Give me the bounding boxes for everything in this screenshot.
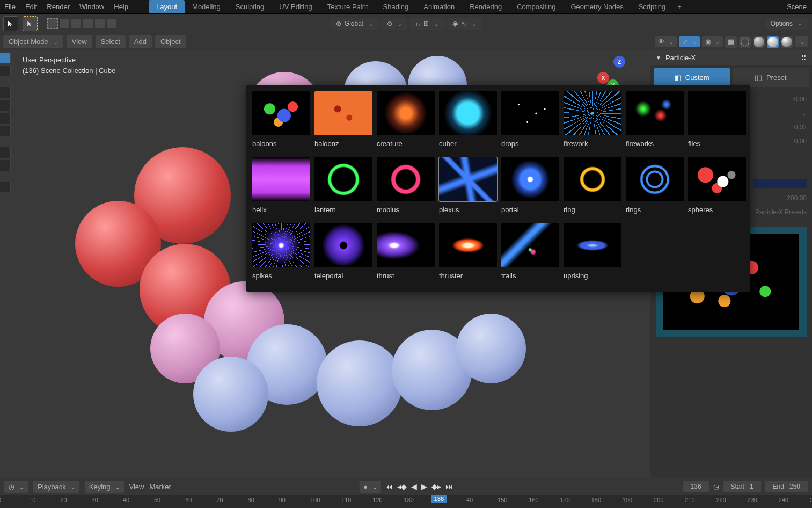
sel-mode-6[interactable] xyxy=(106,18,117,29)
preset-item-teleportal[interactable]: teleportal xyxy=(314,223,372,285)
sphere-object xyxy=(456,314,526,383)
panel-header-particlex[interactable]: ▼ Particle-X ⠿ xyxy=(650,50,812,65)
preset-item-helix[interactable]: helix xyxy=(252,157,310,219)
preset-item-baloons[interactable]: baloons xyxy=(252,91,310,153)
shading-wireframe[interactable] xyxy=(739,36,751,48)
select-tool-button[interactable] xyxy=(23,16,38,31)
color-swatch[interactable] xyxy=(753,179,807,188)
tab-modeling[interactable]: Modeling xyxy=(185,0,228,13)
orientation-dropdown[interactable]: ⊕ Global xyxy=(331,18,378,30)
prop-emission-value[interactable]: 200.00 xyxy=(787,194,807,202)
tab-texture-paint[interactable]: Texture Paint xyxy=(320,0,376,13)
tab-sculpting[interactable]: Sculpting xyxy=(228,0,272,13)
preset-item-spheres[interactable]: spheres xyxy=(688,157,746,219)
preset-item-spikes[interactable]: spikes xyxy=(252,223,310,285)
jump-start-button[interactable]: ⏮ xyxy=(385,482,393,491)
pivot-dropdown[interactable]: ⊙ xyxy=(382,18,407,30)
menu-window[interactable]: Window xyxy=(79,3,104,11)
mode-dropdown[interactable]: Object Mode xyxy=(3,35,63,48)
shading-solid[interactable] xyxy=(753,36,765,48)
preset-item-rings[interactable]: rings xyxy=(626,157,684,219)
prop-chevron[interactable]: ⌄ xyxy=(801,110,807,117)
preset-item-thruster[interactable]: thruster xyxy=(439,223,497,285)
proportional-dropdown[interactable]: ◉∿ xyxy=(447,18,481,30)
preset-item-firework[interactable]: firework xyxy=(564,91,621,153)
sel-mode-1[interactable] xyxy=(47,18,58,29)
3d-viewport[interactable]: User Perspective (136) Scene Collection … xyxy=(0,50,812,478)
shading-options[interactable] xyxy=(795,36,808,47)
grip-icon[interactable]: ⠿ xyxy=(801,54,807,62)
timeline-editor-icon[interactable]: ◷ xyxy=(4,481,28,493)
autokey-toggle[interactable]: ● xyxy=(359,481,381,493)
end-frame-field[interactable]: End250 xyxy=(765,481,808,492)
shading-material[interactable] xyxy=(767,36,779,48)
keying-menu[interactable]: Keying xyxy=(85,481,124,493)
preset-item-flies[interactable]: flies xyxy=(688,91,746,153)
scene-icon xyxy=(774,3,782,11)
tab-layout[interactable]: Layout xyxy=(149,0,185,13)
menu-help[interactable]: Help xyxy=(114,3,128,11)
preset-item-baloonz[interactable]: baloonz xyxy=(314,91,372,153)
preset-item-plexus[interactable]: plexus xyxy=(439,157,497,219)
preset-item-ring[interactable]: ring xyxy=(564,157,621,219)
shading-rendered[interactable] xyxy=(781,36,793,48)
sel-mode-2[interactable] xyxy=(59,18,70,29)
preset-item-creature[interactable]: creature xyxy=(377,91,435,153)
add-workspace-button[interactable]: + xyxy=(673,0,686,13)
scene-selector[interactable]: Scene xyxy=(774,3,807,11)
cursor-tool-icon[interactable] xyxy=(3,16,18,31)
jump-end-button[interactable]: ⏭ xyxy=(445,482,453,491)
snap-dropdown[interactable]: ∩⊞ xyxy=(411,18,444,30)
current-frame-field[interactable]: 136 xyxy=(683,481,709,492)
preset-item-cuber[interactable]: cuber xyxy=(439,91,497,153)
preset-thumbnail xyxy=(564,157,621,201)
tab-shading[interactable]: Shading xyxy=(376,0,416,13)
start-frame-field[interactable]: Start1 xyxy=(723,481,761,492)
clock-icon[interactable]: ◷ xyxy=(713,483,719,491)
timeline-view-menu[interactable]: View xyxy=(129,483,144,491)
tab-geometry-nodes[interactable]: Geometry Nodes xyxy=(563,0,631,13)
sel-mode-5[interactable] xyxy=(94,18,105,29)
tab-preset[interactable]: ▯▯ Preset xyxy=(733,68,809,87)
gizmo-dropdown[interactable]: ⤢ xyxy=(679,36,700,47)
menu-render[interactable]: Render xyxy=(47,3,70,11)
preset-item-lantern[interactable]: lantern xyxy=(314,157,372,219)
preset-item-trails[interactable]: trails xyxy=(501,223,559,285)
prop-count-value[interactable]: 5000 xyxy=(792,96,807,103)
preset-item-portal[interactable]: portal xyxy=(501,157,559,219)
tab-rendering[interactable]: Rendering xyxy=(462,0,509,13)
select-menu[interactable]: Select xyxy=(96,35,126,48)
tab-custom[interactable]: ◧ Custom xyxy=(654,68,730,87)
tab-uv-editing[interactable]: UV Editing xyxy=(272,0,319,13)
overlay-dropdown[interactable]: ◉ xyxy=(702,36,723,47)
add-menu[interactable]: Add xyxy=(129,35,152,48)
menu-file[interactable]: File xyxy=(4,3,16,11)
sel-mode-3[interactable] xyxy=(71,18,82,29)
keyframe-next-button[interactable]: ◆▸ xyxy=(431,482,441,491)
play-button[interactable]: ▶ xyxy=(421,482,427,491)
preset-item-thrust[interactable]: thrust xyxy=(377,223,435,285)
play-reverse-button[interactable]: ◀ xyxy=(411,482,417,491)
tab-animation[interactable]: Animation xyxy=(416,0,462,13)
playback-menu[interactable]: Playback xyxy=(33,481,79,493)
sel-mode-4[interactable] xyxy=(83,18,93,29)
object-menu[interactable]: Object xyxy=(155,35,186,48)
keyframe-prev-button[interactable]: ◂◆ xyxy=(397,482,407,491)
prop-sizernd-value[interactable]: 0.00 xyxy=(794,137,807,145)
menu-edit[interactable]: Edit xyxy=(25,3,37,11)
tab-compositing[interactable]: Compositing xyxy=(509,0,563,13)
presets-header[interactable]: Particle-X Presets xyxy=(755,208,807,216)
timeline-marker-menu[interactable]: Marker xyxy=(149,483,171,491)
timeline-ruler[interactable]: 0102030405060708090100110120130136401501… xyxy=(0,495,812,508)
tab-scripting[interactable]: Scripting xyxy=(631,0,674,13)
preset-item-drops[interactable]: drops xyxy=(501,91,559,153)
view-menu[interactable]: View xyxy=(67,35,92,48)
visibility-dropdown[interactable]: 👁 xyxy=(655,36,677,47)
axis-z[interactable]: Z xyxy=(613,56,625,68)
prop-size-value[interactable]: 0.03 xyxy=(794,124,807,131)
preset-item-mobius[interactable]: mobius xyxy=(377,157,435,219)
options-dropdown[interactable]: Options xyxy=(765,18,808,30)
xray-toggle[interactable]: ▦ xyxy=(725,36,737,48)
preset-item-uprising[interactable]: uprising xyxy=(564,223,621,285)
preset-item-fireworks[interactable]: fireworks xyxy=(626,91,684,153)
